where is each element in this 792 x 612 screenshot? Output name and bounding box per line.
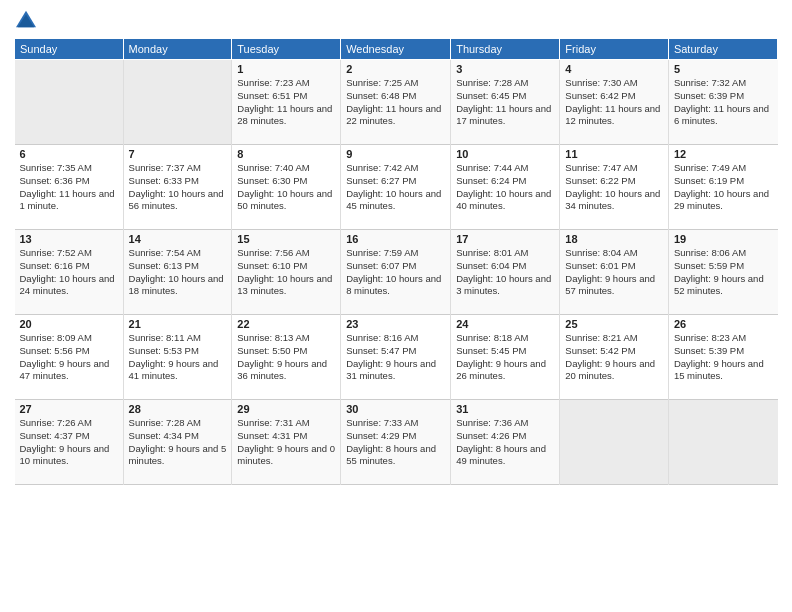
day-info: Sunrise: 7:37 AM Sunset: 6:33 PM Dayligh…	[129, 162, 227, 213]
day-cell: 10Sunrise: 7:44 AM Sunset: 6:24 PM Dayli…	[451, 145, 560, 230]
week-row-3: 13Sunrise: 7:52 AM Sunset: 6:16 PM Dayli…	[15, 230, 778, 315]
day-number: 25	[565, 318, 663, 330]
day-info: Sunrise: 7:44 AM Sunset: 6:24 PM Dayligh…	[456, 162, 554, 213]
day-number: 15	[237, 233, 335, 245]
day-number: 20	[20, 318, 118, 330]
day-info: Sunrise: 7:31 AM Sunset: 4:31 PM Dayligh…	[237, 417, 335, 468]
day-number: 23	[346, 318, 445, 330]
day-info: Sunrise: 7:28 AM Sunset: 4:34 PM Dayligh…	[129, 417, 227, 468]
day-cell: 9Sunrise: 7:42 AM Sunset: 6:27 PM Daylig…	[341, 145, 451, 230]
day-cell: 8Sunrise: 7:40 AM Sunset: 6:30 PM Daylig…	[232, 145, 341, 230]
day-cell: 1Sunrise: 7:23 AM Sunset: 6:51 PM Daylig…	[232, 60, 341, 145]
day-info: Sunrise: 7:23 AM Sunset: 6:51 PM Dayligh…	[237, 77, 335, 128]
day-info: Sunrise: 8:01 AM Sunset: 6:04 PM Dayligh…	[456, 247, 554, 298]
day-cell: 2Sunrise: 7:25 AM Sunset: 6:48 PM Daylig…	[341, 60, 451, 145]
day-number: 13	[20, 233, 118, 245]
day-info: Sunrise: 8:09 AM Sunset: 5:56 PM Dayligh…	[20, 332, 118, 383]
day-number: 14	[129, 233, 227, 245]
day-info: Sunrise: 8:06 AM Sunset: 5:59 PM Dayligh…	[674, 247, 773, 298]
header-row: SundayMondayTuesdayWednesdayThursdayFrid…	[15, 39, 778, 60]
day-info: Sunrise: 8:16 AM Sunset: 5:47 PM Dayligh…	[346, 332, 445, 383]
calendar-table: SundayMondayTuesdayWednesdayThursdayFrid…	[14, 38, 778, 485]
day-number: 24	[456, 318, 554, 330]
day-cell	[560, 400, 669, 485]
day-info: Sunrise: 8:11 AM Sunset: 5:53 PM Dayligh…	[129, 332, 227, 383]
day-cell: 18Sunrise: 8:04 AM Sunset: 6:01 PM Dayli…	[560, 230, 669, 315]
day-cell	[123, 60, 232, 145]
day-cell: 30Sunrise: 7:33 AM Sunset: 4:29 PM Dayli…	[341, 400, 451, 485]
day-number: 18	[565, 233, 663, 245]
day-number: 12	[674, 148, 773, 160]
day-info: Sunrise: 7:32 AM Sunset: 6:39 PM Dayligh…	[674, 77, 773, 128]
day-number: 26	[674, 318, 773, 330]
day-info: Sunrise: 7:42 AM Sunset: 6:27 PM Dayligh…	[346, 162, 445, 213]
day-number: 8	[237, 148, 335, 160]
day-cell: 21Sunrise: 8:11 AM Sunset: 5:53 PM Dayli…	[123, 315, 232, 400]
day-cell	[668, 400, 777, 485]
day-number: 28	[129, 403, 227, 415]
day-cell: 24Sunrise: 8:18 AM Sunset: 5:45 PM Dayli…	[451, 315, 560, 400]
day-number: 27	[20, 403, 118, 415]
day-info: Sunrise: 7:47 AM Sunset: 6:22 PM Dayligh…	[565, 162, 663, 213]
col-header-saturday: Saturday	[668, 39, 777, 60]
day-cell: 28Sunrise: 7:28 AM Sunset: 4:34 PM Dayli…	[123, 400, 232, 485]
day-info: Sunrise: 7:59 AM Sunset: 6:07 PM Dayligh…	[346, 247, 445, 298]
day-cell: 6Sunrise: 7:35 AM Sunset: 6:36 PM Daylig…	[15, 145, 124, 230]
day-number: 5	[674, 63, 773, 75]
logo-icon	[16, 10, 36, 28]
day-cell: 15Sunrise: 7:56 AM Sunset: 6:10 PM Dayli…	[232, 230, 341, 315]
day-info: Sunrise: 7:28 AM Sunset: 6:45 PM Dayligh…	[456, 77, 554, 128]
col-header-sunday: Sunday	[15, 39, 124, 60]
day-info: Sunrise: 7:30 AM Sunset: 6:42 PM Dayligh…	[565, 77, 663, 128]
day-number: 22	[237, 318, 335, 330]
day-number: 21	[129, 318, 227, 330]
day-cell: 19Sunrise: 8:06 AM Sunset: 5:59 PM Dayli…	[668, 230, 777, 315]
day-info: Sunrise: 7:56 AM Sunset: 6:10 PM Dayligh…	[237, 247, 335, 298]
day-info: Sunrise: 8:21 AM Sunset: 5:42 PM Dayligh…	[565, 332, 663, 383]
day-cell: 22Sunrise: 8:13 AM Sunset: 5:50 PM Dayli…	[232, 315, 341, 400]
day-cell: 20Sunrise: 8:09 AM Sunset: 5:56 PM Dayli…	[15, 315, 124, 400]
day-number: 30	[346, 403, 445, 415]
day-cell: 25Sunrise: 8:21 AM Sunset: 5:42 PM Dayli…	[560, 315, 669, 400]
day-number: 17	[456, 233, 554, 245]
day-number: 29	[237, 403, 335, 415]
day-number: 2	[346, 63, 445, 75]
day-number: 4	[565, 63, 663, 75]
day-cell: 16Sunrise: 7:59 AM Sunset: 6:07 PM Dayli…	[341, 230, 451, 315]
header	[14, 10, 778, 32]
week-row-2: 6Sunrise: 7:35 AM Sunset: 6:36 PM Daylig…	[15, 145, 778, 230]
col-header-monday: Monday	[123, 39, 232, 60]
day-cell: 12Sunrise: 7:49 AM Sunset: 6:19 PM Dayli…	[668, 145, 777, 230]
day-cell: 17Sunrise: 8:01 AM Sunset: 6:04 PM Dayli…	[451, 230, 560, 315]
day-info: Sunrise: 7:33 AM Sunset: 4:29 PM Dayligh…	[346, 417, 445, 468]
day-cell: 27Sunrise: 7:26 AM Sunset: 4:37 PM Dayli…	[15, 400, 124, 485]
day-cell	[15, 60, 124, 145]
week-row-5: 27Sunrise: 7:26 AM Sunset: 4:37 PM Dayli…	[15, 400, 778, 485]
day-cell: 3Sunrise: 7:28 AM Sunset: 6:45 PM Daylig…	[451, 60, 560, 145]
day-info: Sunrise: 7:40 AM Sunset: 6:30 PM Dayligh…	[237, 162, 335, 213]
day-number: 3	[456, 63, 554, 75]
day-number: 1	[237, 63, 335, 75]
week-row-1: 1Sunrise: 7:23 AM Sunset: 6:51 PM Daylig…	[15, 60, 778, 145]
day-info: Sunrise: 7:52 AM Sunset: 6:16 PM Dayligh…	[20, 247, 118, 298]
day-info: Sunrise: 8:23 AM Sunset: 5:39 PM Dayligh…	[674, 332, 773, 383]
logo	[14, 10, 38, 32]
day-info: Sunrise: 7:54 AM Sunset: 6:13 PM Dayligh…	[129, 247, 227, 298]
col-header-tuesday: Tuesday	[232, 39, 341, 60]
day-cell: 26Sunrise: 8:23 AM Sunset: 5:39 PM Dayli…	[668, 315, 777, 400]
day-number: 31	[456, 403, 554, 415]
day-info: Sunrise: 8:04 AM Sunset: 6:01 PM Dayligh…	[565, 247, 663, 298]
day-info: Sunrise: 8:18 AM Sunset: 5:45 PM Dayligh…	[456, 332, 554, 383]
day-number: 11	[565, 148, 663, 160]
day-cell: 11Sunrise: 7:47 AM Sunset: 6:22 PM Dayli…	[560, 145, 669, 230]
day-info: Sunrise: 8:13 AM Sunset: 5:50 PM Dayligh…	[237, 332, 335, 383]
day-info: Sunrise: 7:36 AM Sunset: 4:26 PM Dayligh…	[456, 417, 554, 468]
calendar-container: SundayMondayTuesdayWednesdayThursdayFrid…	[0, 0, 792, 493]
day-cell: 23Sunrise: 8:16 AM Sunset: 5:47 PM Dayli…	[341, 315, 451, 400]
day-number: 10	[456, 148, 554, 160]
day-cell: 29Sunrise: 7:31 AM Sunset: 4:31 PM Dayli…	[232, 400, 341, 485]
day-cell: 13Sunrise: 7:52 AM Sunset: 6:16 PM Dayli…	[15, 230, 124, 315]
day-number: 7	[129, 148, 227, 160]
day-number: 9	[346, 148, 445, 160]
day-info: Sunrise: 7:49 AM Sunset: 6:19 PM Dayligh…	[674, 162, 773, 213]
